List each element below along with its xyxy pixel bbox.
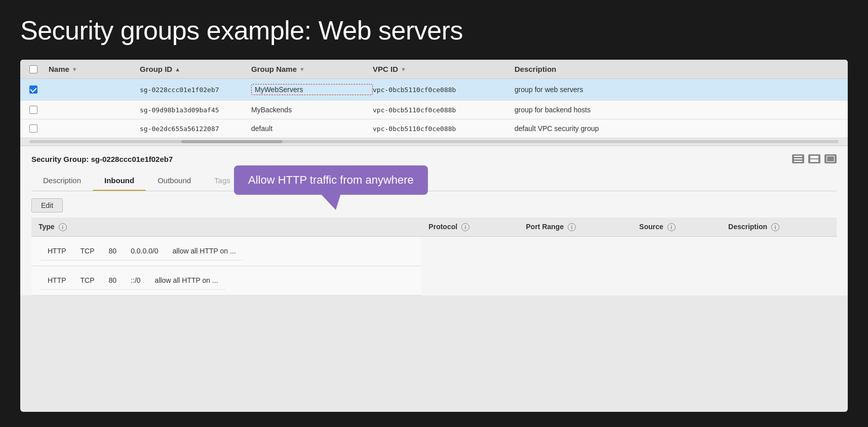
table-header-row: Name ▼ Group ID ▲ Group Name ▼ VPC ID ▼ …: [20, 60, 848, 79]
detail-icon-split[interactable]: [808, 154, 820, 163]
scrollbar-thumb[interactable]: [181, 140, 283, 143]
col-header-portrange: Port Range i: [519, 218, 633, 237]
rule-row: HTTP TCP 80 ::/0 allow all HTTP on ...: [31, 266, 421, 295]
svg-rect-0: [794, 156, 802, 157]
col-header-description: Description: [515, 65, 839, 73]
rule-description: allow all HTTP on ...: [148, 271, 225, 290]
col-header-source: Source i: [632, 218, 721, 237]
cell-groupname: MyWebServers: [251, 84, 373, 95]
source-info-icon[interactable]: i: [667, 223, 676, 231]
rule-protocol: TCP: [73, 242, 102, 261]
svg-rect-4: [810, 159, 818, 162]
cell-groupid: sg-0e2dc655a56122087: [140, 125, 251, 133]
rule-description: allow all HTTP on ...: [166, 242, 243, 261]
page-title: Security groups example: Web servers: [20, 15, 848, 46]
table-row[interactable]: sg-09d98b1a3d09baf45 MyBackends vpc-0bcb…: [20, 101, 848, 119]
rule-portrange: 80: [102, 242, 124, 261]
rules-table: Type i Protocol i Port Range i Source i: [31, 218, 837, 295]
col-header-protocol: Protocol i: [421, 218, 519, 237]
tab-description[interactable]: Description: [31, 170, 93, 191]
svg-rect-5: [826, 156, 835, 162]
type-info-icon[interactable]: i: [59, 223, 67, 231]
rule-row: HTTP TCP 80 0.0.0.0/0 allow all HTTP on …: [31, 237, 421, 266]
edit-button[interactable]: Edit: [31, 198, 63, 212]
cell-groupname: default: [251, 124, 373, 133]
col-header-rule-description: Description i: [721, 218, 837, 237]
edit-row: Edit: [31, 191, 837, 218]
svg-rect-1: [794, 158, 802, 159]
col-header-name: Name ▼: [49, 65, 140, 73]
detail-icon-expand[interactable]: [824, 154, 837, 163]
cell-vpcid: vpc-0bcb5110cf0ce088b: [373, 86, 515, 94]
rule-description-info-icon[interactable]: i: [771, 223, 779, 231]
callout-wrapper: Allow HTTP traffic from anywhere: [234, 165, 428, 195]
security-groups-table: Name ▼ Group ID ▲ Group Name ▼ VPC ID ▼ …: [20, 60, 848, 145]
tabs-row: Description Inbound Outbound Tags Allow …: [31, 170, 837, 191]
vpcid-sort-icon[interactable]: ▼: [401, 66, 406, 72]
select-all-checkbox[interactable]: [29, 65, 37, 73]
tab-outbound[interactable]: Outbound: [146, 170, 203, 191]
rule-source: 0.0.0.0/0: [124, 242, 166, 261]
rule-portrange: 80: [102, 271, 124, 290]
detail-section: Security Group: sg-0228ccc01e1f02eb7 Des…: [20, 145, 848, 295]
col-header-groupname: Group Name ▼: [251, 65, 373, 73]
groupid-sort-icon[interactable]: ▲: [175, 66, 180, 72]
portrange-info-icon[interactable]: i: [568, 223, 576, 231]
groupname-sort-icon[interactable]: ▼: [299, 66, 305, 72]
detail-header: Security Group: sg-0228ccc01e1f02eb7: [31, 154, 837, 163]
rule-type: HTTP: [41, 271, 73, 290]
tab-inbound[interactable]: Inbound: [93, 170, 146, 191]
cell-description: group for backend hosts: [515, 106, 839, 114]
rules-header-row: Type i Protocol i Port Range i Source i: [31, 218, 837, 237]
row-checkbox[interactable]: [29, 86, 37, 94]
col-header-type: Type i: [31, 218, 421, 237]
row-checkbox[interactable]: [29, 106, 37, 114]
horizontal-scrollbar[interactable]: [20, 138, 848, 145]
cell-vpcid: vpc-0bcb5110cf0ce088b: [373, 106, 515, 114]
rule-source: ::/0: [124, 271, 147, 290]
detail-icon-group: [792, 154, 837, 163]
cell-description: group for web servers: [515, 86, 839, 94]
cell-groupname: MyBackends: [251, 106, 373, 114]
cell-groupid: sg-0228ccc01e1f02eb7: [140, 86, 251, 94]
col-header-groupid: Group ID ▲: [140, 65, 251, 73]
main-panel: Name ▼ Group ID ▲ Group Name ▼ VPC ID ▼ …: [20, 60, 848, 412]
col-header-vpcid: VPC ID ▼: [373, 65, 515, 73]
rule-protocol: TCP: [73, 271, 102, 290]
protocol-info-icon[interactable]: i: [461, 223, 469, 231]
name-sort-icon[interactable]: ▼: [72, 66, 77, 72]
scrollbar-track: [29, 140, 839, 143]
rule-type: HTTP: [41, 242, 73, 261]
detail-title: Security Group: sg-0228ccc01e1f02eb7: [31, 155, 173, 163]
row-checkbox[interactable]: [29, 124, 37, 133]
svg-rect-2: [794, 161, 802, 162]
callout-bubble: Allow HTTP traffic from anywhere: [234, 165, 428, 195]
table-row[interactable]: sg-0228ccc01e1f02eb7 MyWebServers vpc-0b…: [20, 79, 848, 101]
tabs-container: Description Inbound Outbound Tags Allow …: [31, 170, 837, 191]
cell-vpcid: vpc-0bcb5110cf0ce088b: [373, 125, 515, 133]
cell-description: default VPC security group: [515, 124, 839, 133]
svg-rect-3: [810, 156, 818, 158]
cell-groupid: sg-09d98b1a3d09baf45: [140, 106, 251, 114]
table-row[interactable]: sg-0e2dc655a56122087 default vpc-0bcb511…: [20, 119, 848, 138]
detail-icon-list[interactable]: [792, 154, 804, 163]
